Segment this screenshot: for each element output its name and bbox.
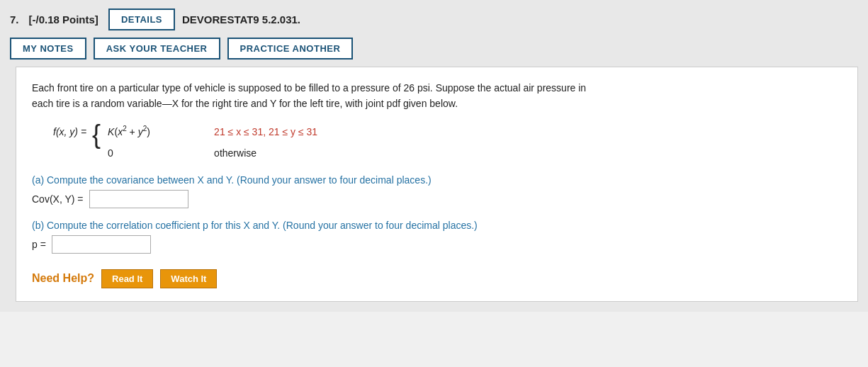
pdf-cases: K(x2 + y2) 21 ≤ x ≤ 31, 21 ≤ y ≤ 31 0 ot… [108,122,317,163]
ask-teacher-button[interactable]: ASK YOUR TEACHER [94,38,220,60]
read-it-button[interactable]: Read It [101,269,153,288]
part-b-block: (b) Compute the correlation coefficient … [32,220,842,254]
watch-it-button[interactable]: Watch It [160,269,217,288]
pdf-case2-formula: 0 [108,143,200,163]
pdf-block: f(x, y) = { K(x2 + y2) 21 ≤ x ≤ 31, 21 ≤… [53,122,842,163]
details-button[interactable]: DETAILS [108,9,175,30]
cov-label: Cov(X, Y) = [32,193,84,205]
brace-icon: { [92,122,101,147]
top-bar: 7. [-/0.18 Points] DETAILS DEVORESTAT9 5… [10,9,858,30]
pdf-row: f(x, y) = { K(x2 + y2) 21 ≤ x ≤ 31, 21 ≤… [53,122,842,163]
part-b-label: (b) Compute the correlation coefficient … [32,220,842,231]
pdf-case1-formula: K(x2 + y2) [108,122,200,142]
pdf-case1-condition: 21 ≤ x ≤ 31, 21 ≤ y ≤ 31 [214,122,317,142]
part-a-answer-row: Cov(X, Y) = [32,190,842,208]
pdf-case2: 0 otherwise [108,143,317,163]
problem-text-line1: Each front tire on a particular type of … [32,82,586,94]
action-bar: MY NOTES ASK YOUR TEACHER PRACTICE ANOTH… [10,38,858,60]
course-code: DEVORESTAT9 5.2.031. [182,13,300,26]
part-a-label: (a) Compute the covariance between X and… [32,174,842,186]
pdf-function-label: f(x, y) = [53,122,86,142]
rho-input[interactable] [52,235,151,254]
part-a-block: (a) Compute the covariance between X and… [32,174,842,208]
content-box: Each front tire on a particular type of … [16,67,858,302]
problem-text: Each front tire on a particular type of … [32,80,842,112]
need-help-label: Need Help? [32,272,94,285]
rho-label: p = [32,239,46,250]
practice-another-button[interactable]: PRACTICE ANOTHER [227,38,354,60]
part-b-answer-row: p = [32,235,842,254]
cov-input[interactable] [89,190,188,208]
problem-text-line2: each tire is a random variable—X for the… [32,98,458,109]
pdf-case2-condition: otherwise [214,143,257,163]
problem-number: 7. [10,13,19,26]
pdf-case1: K(x2 + y2) 21 ≤ x ≤ 31, 21 ≤ y ≤ 31 [108,122,317,142]
page-container: 7. [-/0.18 Points] DETAILS DEVORESTAT9 5… [0,0,868,312]
points-label: [-/0.18 Points] [29,13,98,26]
need-help-bar: Need Help? Read It Watch It [32,269,842,288]
my-notes-button[interactable]: MY NOTES [10,38,86,60]
